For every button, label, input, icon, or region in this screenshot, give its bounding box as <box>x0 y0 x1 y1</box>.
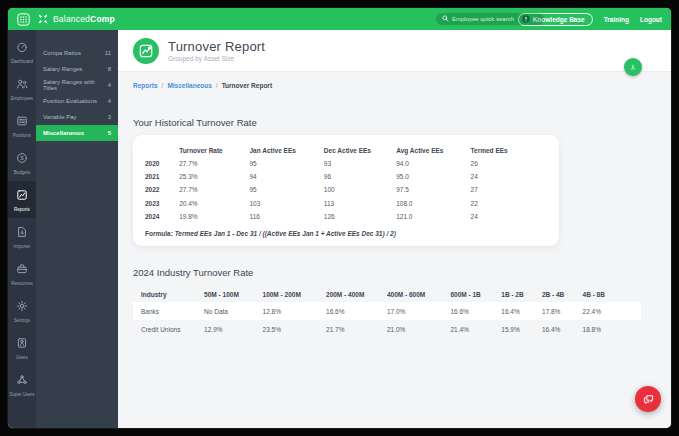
table-row-2024: 202419.8%116126121.024 <box>145 210 547 223</box>
sidebar-item-resources[interactable]: Resources <box>8 255 36 292</box>
column-header: Turnover Rate <box>179 144 249 157</box>
year-cell: 2023 <box>145 197 179 210</box>
table-row-credit-unions: Credit Unions12.9%23.5%21.7%21.0%21.4%15… <box>133 320 641 338</box>
table-row-banks: BanksNo Data12.8%16.6%17.0%16.6%16.4%17.… <box>133 302 641 320</box>
importer-icon <box>16 224 28 242</box>
search-placeholder: Employee quick search <box>452 16 514 22</box>
column-header: Jan Active EEs <box>250 144 324 157</box>
logout-link[interactable]: Logout <box>640 16 662 23</box>
value-cell: 25.3% <box>179 170 249 183</box>
turnover-report-icon <box>133 38 159 64</box>
column-header: 50M - 100M <box>204 287 262 302</box>
download-icon <box>630 62 636 72</box>
value-cell: 27.7% <box>179 183 249 196</box>
report-nav-count-badge: 11 <box>105 50 111 56</box>
report-nav-item-position-evaluations[interactable]: Position Evaluations4 <box>36 93 118 109</box>
column-header: Industry <box>133 287 204 302</box>
value-cell: 17.0% <box>387 302 451 320</box>
value-cell: 16.4% <box>542 320 583 338</box>
value-cell: 21.4% <box>450 320 501 338</box>
value-cell: 95 <box>250 157 324 170</box>
report-nav-label: Position Evaluations <box>43 98 97 104</box>
value-cell: 103 <box>250 197 324 210</box>
report-nav-item-variable-pay[interactable]: Variable Pay3 <box>36 109 118 125</box>
breadcrumb-reports[interactable]: Reports <box>133 82 158 89</box>
value-cell: 113 <box>324 197 396 210</box>
value-cell: 94 <box>250 170 324 183</box>
super-users-icon <box>16 372 28 390</box>
search-icon <box>442 15 449 23</box>
report-nav-label: Miscellaneous <box>43 130 84 136</box>
industry-cell: Banks <box>133 302 204 320</box>
balancedcomp-logo-icon <box>37 13 49 25</box>
column-header: Avg Active EEs <box>396 144 470 157</box>
value-cell: 18.8% <box>583 320 641 338</box>
formula-label: Formula: <box>145 230 173 237</box>
column-header: 200M - 400M <box>326 287 387 302</box>
primary-sidebar: DashboardEmployeesPositions$BudgetsRepor… <box>8 30 36 428</box>
page-subtitle: Grouped by Asset Size <box>168 55 265 62</box>
chat-button[interactable] <box>635 386 661 412</box>
apps-grid-icon[interactable] <box>17 13 30 26</box>
historical-header-row: Turnover RateJan Active EEsDec Active EE… <box>145 144 547 157</box>
value-cell: 22 <box>471 197 547 210</box>
historical-section-title: Your Historical Turnover Rate <box>133 117 656 128</box>
brand: BalancedComp <box>17 13 115 26</box>
industry-table: Industry50M - 100M100M - 200M200M - 400M… <box>133 287 641 338</box>
report-header: Turnover Report Grouped by Asset Size <box>118 30 671 72</box>
value-cell: 94.0 <box>396 157 470 170</box>
column-header: 600M - 1B <box>450 287 501 302</box>
historical-card: Turnover RateJan Active EEsDec Active EE… <box>133 135 559 246</box>
formula-text: Termed EEs Jan 1 - Dec 31 / ((Active EEs… <box>175 230 396 237</box>
historical-table: Turnover RateJan Active EEsDec Active EE… <box>145 144 547 223</box>
industry-section-title: 2024 Industry Turnover Rate <box>133 267 656 278</box>
positions-icon <box>16 113 28 131</box>
column-header: 400M - 600M <box>387 287 451 302</box>
value-cell: 93 <box>324 157 396 170</box>
sidebar-item-dashboard[interactable]: Dashboard <box>8 33 36 70</box>
value-cell: 22.4% <box>583 302 641 320</box>
sidebar-item-importer[interactable]: Importer <box>8 218 36 255</box>
value-cell: 15.9% <box>501 320 542 338</box>
sidebar-item-label: Positions <box>13 133 31 138</box>
report-nav-item-miscellaneous[interactable]: Miscellaneous5 <box>36 125 118 141</box>
chat-bubbles-icon <box>642 393 655 406</box>
sidebar-item-super-users[interactable]: Super Users <box>8 366 36 403</box>
report-nav-count-badge: 4 <box>108 98 111 104</box>
sidebar-item-label: Budgets <box>14 170 31 175</box>
sidebar-item-settings[interactable]: Settings <box>8 292 36 329</box>
svg-text:$: $ <box>20 155 24 161</box>
download-button[interactable] <box>624 58 642 76</box>
report-nav-item-salary-ranges-with-titles[interactable]: Salary Ranges with Titles4 <box>36 77 118 93</box>
training-link[interactable]: Training <box>604 16 629 23</box>
dashboard-icon <box>16 39 28 57</box>
value-cell: 24 <box>471 170 547 183</box>
value-cell: 121.0 <box>396 210 470 223</box>
breadcrumb-miscellaneous[interactable]: Miscellaneous <box>167 82 211 89</box>
sidebar-item-label: Importer <box>14 244 31 249</box>
table-row-2023: 202320.4%103113108.022 <box>145 197 547 210</box>
breadcrumb-turnover-report: Turnover Report <box>222 82 272 89</box>
report-nav-item-compa-ratios[interactable]: Compa Ratios11 <box>36 45 118 61</box>
column-header: 100M - 200M <box>263 287 327 302</box>
report-nav-label: Salary Ranges <box>43 66 82 72</box>
value-cell: 16.6% <box>450 302 501 320</box>
topbar: BalancedComp Employee quick search Knowl… <box>8 8 671 30</box>
year-cell: 2021 <box>145 170 179 183</box>
value-cell: 17.8% <box>542 302 583 320</box>
sidebar-item-users[interactable]: Users <box>8 329 36 366</box>
sidebar-item-budgets[interactable]: $Budgets <box>8 144 36 181</box>
report-nav-item-salary-ranges[interactable]: Salary Ranges8 <box>36 61 118 77</box>
sidebar-item-reports[interactable]: Reports <box>8 181 36 218</box>
sidebar-item-label: Resources <box>11 281 33 286</box>
value-cell: No Data <box>204 302 262 320</box>
search-input[interactable]: Employee quick search <box>436 13 544 25</box>
value-cell: 95 <box>250 183 324 196</box>
main-content: Turnover Report Grouped by Asset Size Re… <box>118 30 671 428</box>
sidebar-item-employees[interactable]: Employees <box>8 70 36 107</box>
settings-icon <box>16 298 28 316</box>
brand-name: BalancedComp <box>53 14 115 24</box>
value-cell: 23.5% <box>263 320 327 338</box>
sidebar-item-positions[interactable]: Positions <box>8 107 36 144</box>
breadcrumb: Reports/Miscellaneous/Turnover Report <box>118 72 671 98</box>
